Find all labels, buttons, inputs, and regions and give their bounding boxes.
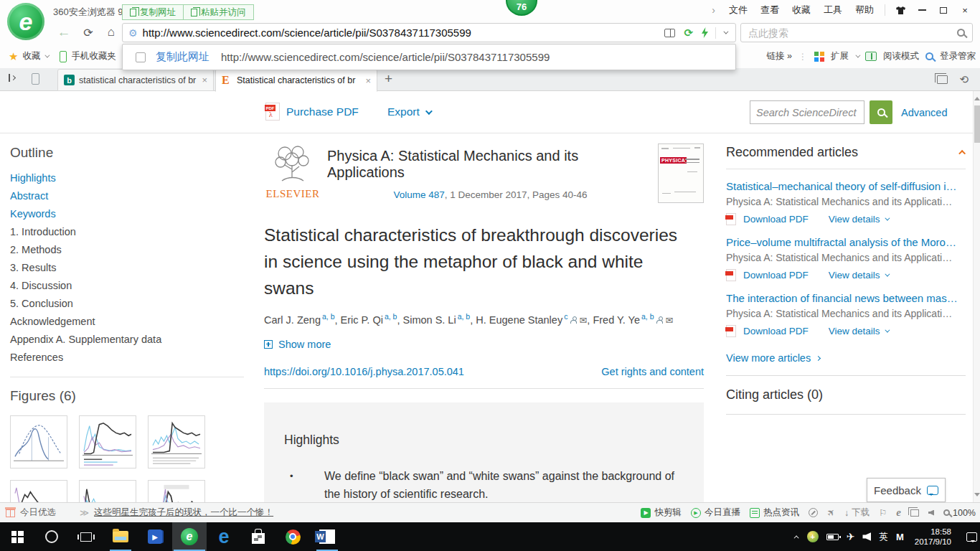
phone-icon[interactable] bbox=[60, 51, 67, 62]
mute-button[interactable] bbox=[928, 510, 934, 516]
doi-link[interactable]: https://doi.org/10.1016/j.physa.2017.05.… bbox=[264, 366, 464, 377]
mobile-page-icon[interactable] bbox=[32, 73, 39, 85]
360-browser-button[interactable]: e bbox=[172, 522, 207, 551]
start-button[interactable] bbox=[0, 522, 34, 551]
store-button[interactable] bbox=[241, 522, 275, 551]
purchase-pdf-button[interactable]: PDFλ Purchase PDF bbox=[265, 103, 359, 121]
download-pdf-link[interactable]: Download PDF bbox=[743, 214, 809, 225]
menu-collapse-arrow[interactable]: › bbox=[712, 4, 715, 16]
360-safe-tray-icon[interactable] bbox=[807, 531, 819, 542]
speed-boost-icon[interactable] bbox=[702, 27, 708, 38]
word-button[interactable] bbox=[310, 522, 344, 551]
outline-item-results[interactable]: 3. Results bbox=[10, 262, 253, 273]
menu-help[interactable]: 帮助 bbox=[849, 4, 880, 17]
browser-logo[interactable]: e bbox=[7, 3, 44, 40]
author-profile-icon[interactable] bbox=[570, 316, 577, 324]
quick-cut-button[interactable]: ▶快剪辑 bbox=[641, 507, 682, 519]
tab-close-icon[interactable]: × bbox=[202, 75, 207, 85]
outline-item-highlights[interactable]: Highlights bbox=[10, 172, 253, 184]
chevron-down-icon[interactable] bbox=[45, 53, 50, 58]
chevron-up-icon[interactable] bbox=[958, 150, 966, 157]
ime-mode-icon[interactable]: M bbox=[896, 532, 904, 542]
live-today-button[interactable]: ▶今日直播 bbox=[691, 507, 740, 519]
airplane-mode-icon[interactable]: ✈ bbox=[847, 531, 855, 542]
home-button[interactable]: ⌂ bbox=[102, 24, 121, 41]
scroll-down-arrow[interactable] bbox=[974, 493, 980, 499]
outline-item-conclusion[interactable]: 5. Conclusion bbox=[10, 298, 253, 309]
sidebar-expand-button[interactable] bbox=[9, 74, 15, 82]
outline-item-methods[interactable]: 2. Methods bbox=[10, 244, 253, 255]
chrome-button[interactable] bbox=[275, 522, 310, 551]
feedback-button[interactable]: Feedback bbox=[867, 478, 946, 502]
search-icon[interactable] bbox=[957, 29, 965, 37]
today-picks-label[interactable]: 今日优选 bbox=[20, 507, 56, 519]
view-details-link[interactable]: View details bbox=[829, 326, 888, 336]
minimize-button[interactable] bbox=[911, 1, 933, 19]
scroll-up-arrow[interactable] bbox=[974, 94, 980, 100]
file-explorer-button[interactable] bbox=[103, 522, 138, 551]
extensions-button[interactable]: 扩展 bbox=[831, 50, 849, 62]
journal-title[interactable]: Physica A: Statistical Mechanics and its… bbox=[327, 148, 654, 181]
suggested-url[interactable]: http://www.sciencedirect.com/science/art… bbox=[221, 51, 735, 63]
view-details-link[interactable]: View details bbox=[829, 270, 888, 281]
extensions-icon[interactable] bbox=[814, 52, 824, 62]
copy-this-url-link[interactable]: 复制此网址 bbox=[156, 50, 209, 64]
scrollbar-thumb[interactable] bbox=[974, 105, 980, 143]
author-3[interactable]: Simon S. Lia, b, bbox=[403, 314, 476, 326]
author-1[interactable]: Carl J. Zenga, b, bbox=[264, 314, 341, 326]
sciencedirect-search-button[interactable] bbox=[870, 100, 892, 124]
download-button[interactable]: ↓下载 bbox=[844, 507, 870, 519]
checkbox[interactable] bbox=[136, 52, 146, 62]
news-headline-link[interactable]: 这些明星生完孩子后的现状，一个比一个惨！ bbox=[94, 507, 273, 519]
menu-favorites[interactable]: 收藏 bbox=[786, 4, 817, 17]
reading-mode-icon[interactable] bbox=[664, 29, 675, 37]
outline-item-abstract[interactable]: Abstract bbox=[10, 190, 253, 202]
paste-and-visit-button[interactable]: 粘贴并访问 bbox=[184, 4, 254, 20]
author-4[interactable]: H. Eugene Stanleyc✉, bbox=[476, 314, 593, 326]
ime-language-indicator[interactable]: 英 bbox=[879, 531, 888, 543]
view-more-articles-link[interactable]: View more articles bbox=[726, 352, 966, 364]
links-button[interactable]: 链接 » bbox=[767, 50, 792, 62]
recommended-header[interactable]: Recommended articles bbox=[726, 145, 966, 169]
back-button[interactable]: ← bbox=[55, 24, 73, 41]
skin-theme-button[interactable] bbox=[890, 1, 911, 19]
sciencedirect-search-input[interactable] bbox=[756, 107, 858, 118]
copy-url-button[interactable]: 复制网址 bbox=[122, 4, 184, 20]
more-dots-icon[interactable]: ⋮ bbox=[798, 52, 808, 62]
tab-sciencedirect-article[interactable]: E Statistical characteristics of br × bbox=[215, 69, 377, 92]
tab-close-icon[interactable]: × bbox=[365, 75, 371, 86]
rights-and-content-link[interactable]: Get rights and content bbox=[601, 366, 704, 377]
chevron-down-icon[interactable] bbox=[855, 53, 860, 58]
recommended-article-link[interactable]: Price–volume multifractal analysis of th… bbox=[726, 236, 966, 248]
view-details-link[interactable]: View details bbox=[829, 214, 888, 225]
page-scrollbar[interactable] bbox=[973, 91, 980, 502]
figure-thumbnail-2[interactable] bbox=[79, 415, 136, 468]
advanced-search-link[interactable]: Advanced bbox=[901, 107, 948, 118]
tab-bing-search[interactable]: b statistical characteristics of br × bbox=[57, 69, 214, 91]
export-button[interactable]: Export bbox=[387, 105, 430, 118]
outline-item-appendix[interactable]: Appendix A. Supplementary data bbox=[10, 334, 253, 345]
report-flag-button[interactable]: ⚐ bbox=[879, 507, 887, 518]
task-view-button[interactable] bbox=[69, 522, 103, 551]
menu-tools[interactable]: 工具 bbox=[817, 4, 849, 17]
menu-view[interactable]: 查看 bbox=[754, 4, 786, 17]
email-icon[interactable]: ✉ bbox=[665, 315, 673, 326]
figure-thumbnail-5[interactable] bbox=[79, 480, 136, 502]
journal-cover-thumbnail[interactable]: PHYSICA bbox=[658, 143, 704, 203]
ie-compat-button[interactable]: e bbox=[896, 507, 901, 519]
reading-mode-icon[interactable] bbox=[865, 52, 877, 61]
figure-thumbnail-1[interactable] bbox=[10, 415, 67, 468]
new-tab-button[interactable]: + bbox=[385, 71, 392, 87]
tab-list-button[interactable] bbox=[937, 75, 948, 84]
outline-item-introduction[interactable]: 1. Introduction bbox=[10, 226, 253, 237]
volume-link[interactable]: Volume 487 bbox=[393, 189, 444, 200]
close-button[interactable]: × bbox=[954, 1, 976, 19]
favorites-button[interactable]: 收藏 bbox=[22, 50, 40, 62]
elsevier-logo[interactable]: ELSEVIER bbox=[264, 143, 321, 200]
edge-button[interactable]: e bbox=[207, 522, 241, 551]
login-manager-icon[interactable] bbox=[925, 52, 933, 60]
download-pdf-link[interactable]: Download PDF bbox=[743, 326, 809, 336]
reopen-closed-tab-button[interactable]: ⟲ bbox=[959, 73, 969, 86]
movies-tv-button[interactable]: ▶ bbox=[138, 522, 172, 551]
refresh-button[interactable]: ⟳ bbox=[79, 24, 98, 41]
